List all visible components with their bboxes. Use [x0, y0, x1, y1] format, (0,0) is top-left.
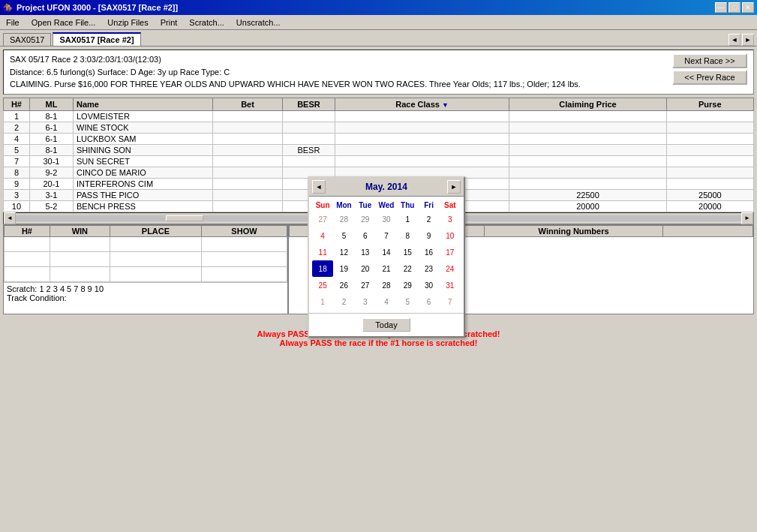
minimize-button[interactable]: — [715, 2, 727, 13]
cal-day[interactable]: 3 [355, 293, 376, 310]
cal-day[interactable]: 1 [397, 211, 418, 227]
cal-prev-button[interactable]: ◄ [312, 180, 326, 194]
next-race-button[interactable]: Next Race >> [672, 53, 747, 68]
menu-open[interactable]: Open Race File... [29, 17, 99, 28]
payoff-col-win: WIN [50, 225, 110, 236]
menu-unscratch[interactable]: Unscratch... [233, 17, 284, 28]
app-icon: 🏇 [3, 3, 14, 13]
cal-today-row: Today [309, 313, 464, 336]
payoff-table-section: H# WIN PLACE SHOW Scratch: 1 2 3 4 5 7 8… [3, 224, 288, 314]
race-info-line1: SAX 05/17 Race 2 3:03/2:03/1:03/(12:03) [10, 53, 672, 66]
cal-day[interactable]: 30 [418, 277, 439, 293]
cal-day[interactable]: 21 [376, 260, 397, 277]
cal-day[interactable]: 7 [376, 227, 397, 244]
cal-day[interactable]: 2 [418, 211, 439, 227]
cal-body: SunMonTueWedThuFriSat 272829301234567891… [309, 197, 464, 313]
cal-day[interactable]: 30 [376, 211, 397, 227]
cal-today-button[interactable]: Today [362, 318, 410, 332]
cal-day[interactable]: 16 [418, 244, 439, 260]
cal-day[interactable]: 28 [376, 277, 397, 293]
cal-day[interactable]: 5 [333, 227, 354, 244]
tab-prev-button[interactable]: ◄ [728, 34, 740, 46]
col-bet: Bet [213, 98, 283, 110]
title-bar-text: Project UFON 3000 - [SAX0517 [Race #2]] [17, 3, 178, 12]
table-row: 58-1SHINING SONBESR [4, 144, 754, 155]
col-ml: ML [29, 98, 73, 110]
cal-day[interactable]: 27 [312, 211, 333, 227]
cal-day[interactable]: 4 [312, 227, 333, 244]
cal-grid: SunMonTueWedThuFriSat 272829301234567891… [312, 200, 461, 310]
table-row: 46-1LUCKBOX SAM [4, 133, 754, 144]
menu-bar: File Open Race File... Unzip Files Print… [0, 15, 757, 30]
calendar-popup: ◄ May. 2014 ► SunMonTueWedThuFriSat 2728… [308, 176, 465, 338]
table-row: 730-1SUN SECRET [4, 155, 754, 167]
cal-day[interactable]: 15 [397, 244, 418, 260]
tab-next-button[interactable]: ► [742, 34, 754, 46]
h-scrollbar-thumb[interactable] [166, 215, 203, 221]
menu-file[interactable]: File [3, 17, 23, 28]
cal-day[interactable]: 5 [397, 293, 418, 310]
cal-day[interactable]: 13 [355, 244, 376, 260]
col-h: H# [4, 98, 30, 110]
menu-unzip[interactable]: Unzip Files [104, 17, 151, 28]
warning-line2: Always PASS the race if the #1 horse is … [5, 338, 752, 347]
cal-day[interactable]: 22 [397, 260, 418, 277]
tab-sax0517[interactable]: SAX0517 [3, 33, 51, 46]
app-window: 🏇 Project UFON 3000 - [SAX0517 [Race #2]… [0, 0, 757, 352]
cal-day[interactable]: 1 [312, 293, 333, 310]
table-row: 26-1WINE STOCK [4, 122, 754, 133]
close-button[interactable]: ✕ [742, 2, 754, 13]
race-info-line2: Distance: 6.5 furlong(s) Surface: D Age:… [10, 66, 672, 79]
menu-print[interactable]: Print [158, 17, 181, 28]
scroll-right-button[interactable]: ► [741, 212, 753, 224]
cal-day[interactable]: 17 [440, 244, 461, 260]
tab-sax0517-race2[interactable]: SAX0517 [Race #2] [53, 32, 140, 46]
track-condition-text: Track Condition: [7, 293, 284, 302]
cal-day[interactable]: 20 [355, 260, 376, 277]
cal-day[interactable]: 9 [418, 227, 439, 244]
cal-day[interactable]: 28 [333, 211, 354, 227]
scratch-info: Scratch: 1 2 3 4 5 7 8 9 10 Track Condit… [4, 282, 287, 304]
cal-day[interactable]: 14 [376, 244, 397, 260]
cal-day[interactable]: 27 [355, 277, 376, 293]
cal-day[interactable]: 29 [397, 277, 418, 293]
cal-day[interactable]: 2 [333, 293, 354, 310]
cal-day[interactable]: 6 [355, 227, 376, 244]
cal-day[interactable]: 18 [312, 260, 333, 277]
wager-col-extra [663, 225, 753, 236]
col-claiming: Claiming Price [509, 98, 666, 110]
title-bar: 🏇 Project UFON 3000 - [SAX0517 [Race #2]… [0, 0, 757, 15]
cal-day[interactable]: 23 [418, 260, 439, 277]
cal-day[interactable]: 29 [355, 211, 376, 227]
cal-next-button[interactable]: ► [447, 180, 461, 194]
maximize-button[interactable]: □ [728, 2, 740, 13]
cal-day[interactable]: 19 [333, 260, 354, 277]
cal-day[interactable]: 26 [333, 277, 354, 293]
tab-bar: SAX0517 SAX0517 [Race #2] ◄ ► [0, 30, 757, 47]
cal-day[interactable]: 7 [440, 293, 461, 310]
filter-icon[interactable]: ▼ [442, 101, 449, 109]
col-purse: Purse [666, 98, 753, 110]
cal-day[interactable]: 3 [440, 211, 461, 227]
race-info-line3: CLAIMING. Purse $16,000 FOR THREE YEAR O… [10, 78, 672, 91]
prev-race-button[interactable]: << Prev Race [672, 70, 747, 85]
cal-day[interactable]: 11 [312, 244, 333, 260]
cal-day[interactable]: 12 [333, 244, 354, 260]
cal-day[interactable]: 6 [418, 293, 439, 310]
cal-day[interactable]: 8 [397, 227, 418, 244]
cal-day[interactable]: 10 [440, 227, 461, 244]
col-name: Name [74, 98, 213, 110]
col-besr: BESR [283, 98, 335, 110]
cal-day[interactable]: 4 [376, 293, 397, 310]
payoff-col-h: H# [5, 225, 50, 236]
cal-header: ◄ May. 2014 ► [309, 178, 464, 197]
cal-day[interactable]: 31 [440, 277, 461, 293]
table-row: 18-1LOVMEISTER [4, 110, 754, 122]
cal-day[interactable]: 25 [312, 277, 333, 293]
race-info-section: SAX 05/17 Race 2 3:03/2:03/1:03/(12:03) … [3, 50, 754, 95]
scroll-left-button[interactable]: ◄ [4, 212, 16, 224]
cal-day[interactable]: 24 [440, 260, 461, 277]
scratch-text: Scratch: 1 2 3 4 5 7 8 9 10 [7, 284, 284, 293]
wager-col-winning: Winning Numbers [485, 225, 663, 236]
menu-scratch[interactable]: Scratch... [186, 17, 227, 28]
